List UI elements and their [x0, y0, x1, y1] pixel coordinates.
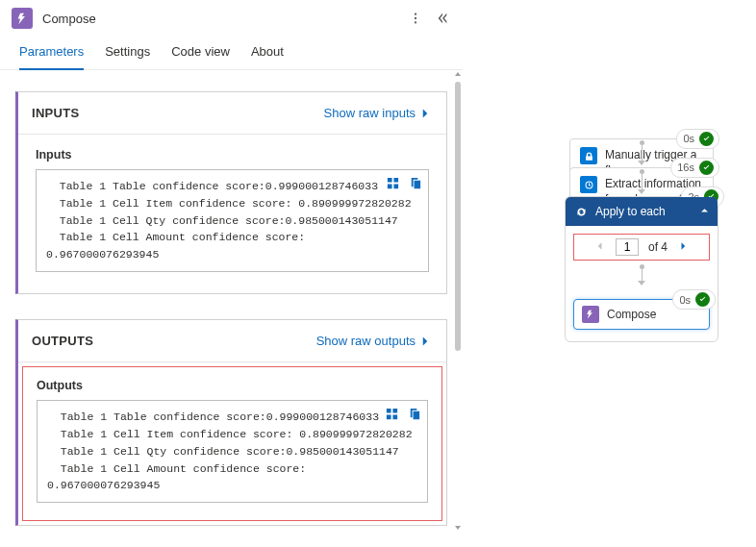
- copy-icon[interactable]: [408, 176, 422, 196]
- compose-icon: [12, 8, 33, 29]
- success-icon: [693, 290, 712, 309]
- apply-header[interactable]: Apply to each: [566, 197, 718, 226]
- svg-point-1: [415, 17, 416, 19]
- tab-settings[interactable]: Settings: [105, 44, 150, 70]
- show-raw-outputs-link[interactable]: Show raw outputs: [316, 334, 431, 348]
- outputs-highlight: Outputs Table 1 Table confidence score:0…: [22, 366, 442, 521]
- inputs-title: INPUTS: [32, 106, 79, 120]
- copy-icon[interactable]: [407, 407, 421, 427]
- compose-icon: [582, 306, 599, 323]
- page-total: of 4: [648, 240, 668, 254]
- tab-about[interactable]: About: [251, 44, 284, 70]
- connector: [566, 261, 718, 287]
- tab-bar: Parameters Settings Code view About: [0, 35, 463, 70]
- page-input[interactable]: [616, 238, 639, 256]
- grid-icon[interactable]: [385, 407, 399, 427]
- pager: of 4: [573, 234, 710, 261]
- chevron-up-icon[interactable]: [699, 205, 710, 218]
- node-compose[interactable]: 0s Compose: [573, 299, 710, 330]
- outputs-title: OUTPUTS: [32, 334, 93, 348]
- tab-codeview[interactable]: Code view: [171, 44, 230, 70]
- inputs-content: Table 1 Table confidence score:0.9990001…: [36, 169, 429, 272]
- inputs-sublabel: Inputs: [36, 148, 429, 162]
- properties-panel: Compose Parameters Settings Code view Ab…: [0, 0, 463, 547]
- loop-icon: [575, 206, 588, 218]
- grid-icon[interactable]: [386, 176, 400, 196]
- svg-point-0: [415, 12, 416, 14]
- prev-icon[interactable]: [594, 240, 606, 255]
- next-icon[interactable]: [677, 240, 689, 255]
- flow-canvas[interactable]: 0s Manually trigger a flow 16s: [463, 0, 756, 547]
- svg-point-2: [415, 21, 416, 23]
- scrollbar[interactable]: [455, 70, 461, 532]
- collapse-panel-icon[interactable]: [436, 12, 449, 25]
- inputs-card: INPUTS Show raw inputs Inputs Table 1 Ta…: [15, 91, 447, 294]
- scroll-area: INPUTS Show raw inputs Inputs Table 1 Ta…: [0, 70, 463, 532]
- node-apply-to-each[interactable]: 2s Apply to each of 4 0s: [565, 196, 718, 342]
- tab-parameters[interactable]: Parameters: [19, 44, 84, 70]
- outputs-card: OUTPUTS Show raw outputs Outputs Table 1…: [15, 319, 447, 526]
- show-raw-inputs-link[interactable]: Show raw inputs: [324, 106, 431, 120]
- panel-title: Compose: [42, 12, 409, 26]
- outputs-content: Table 1 Table confidence score:0.9990001…: [37, 400, 428, 503]
- more-icon[interactable]: [409, 12, 422, 25]
- panel-header: Compose: [0, 0, 463, 35]
- outputs-sublabel: Outputs: [37, 379, 428, 392]
- node-time: 0s: [679, 294, 691, 306]
